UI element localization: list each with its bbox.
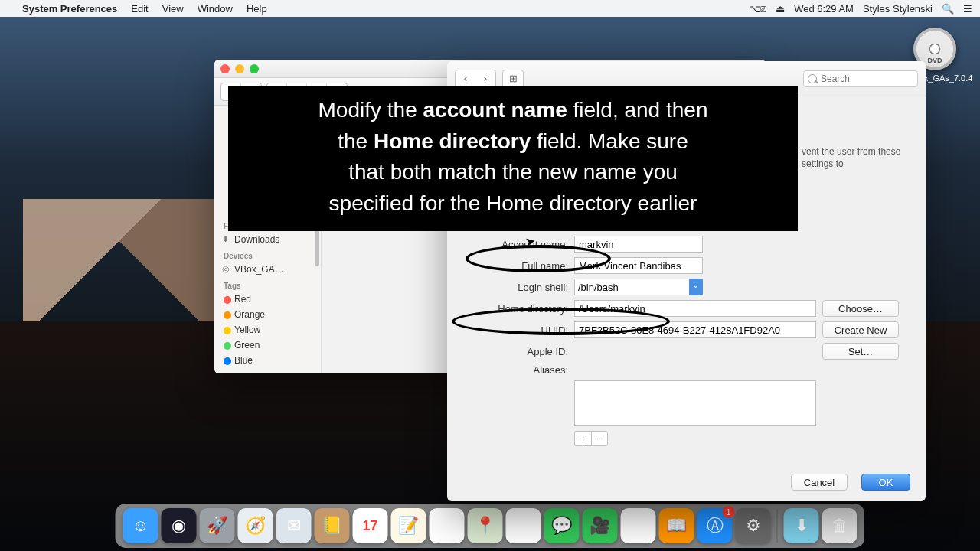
dock-separator bbox=[777, 509, 778, 543]
menu-help[interactable]: Help bbox=[240, 3, 274, 15]
instruction-overlay: Modify the account name field, and then … bbox=[228, 86, 798, 231]
sidebar-tag-yellow[interactable]: Yellow bbox=[214, 322, 321, 337]
display-icon[interactable]: ⌥⎚ bbox=[749, 3, 766, 15]
minimize-button[interactable] bbox=[235, 64, 244, 73]
tag-dot-icon bbox=[224, 342, 231, 350]
home-directory-label: Home directory: bbox=[462, 303, 568, 315]
tag-label: Orange bbox=[234, 309, 265, 320]
eject-icon[interactable]: ⏏ bbox=[776, 3, 785, 15]
uuid-field[interactable] bbox=[574, 321, 816, 338]
remove-alias-button[interactable]: − bbox=[591, 431, 608, 446]
tag-label: Green bbox=[234, 340, 260, 350]
dock-launchpad[interactable]: 🚀 bbox=[200, 508, 235, 543]
login-shell-label: Login shell: bbox=[462, 282, 568, 293]
sidebar-header-devices: Devices bbox=[214, 247, 321, 262]
create-new-button[interactable]: Create New bbox=[822, 321, 899, 338]
dock-facetime[interactable]: 🎥 bbox=[583, 508, 618, 543]
add-alias-button[interactable]: + bbox=[574, 431, 591, 446]
dock-notes[interactable]: 📝 bbox=[391, 508, 426, 543]
menu-window[interactable]: Window bbox=[191, 3, 240, 15]
download-icon: ⬇ bbox=[222, 234, 229, 244]
app-menu[interactable]: System Preferences bbox=[15, 3, 124, 15]
badge: 1 bbox=[723, 506, 735, 518]
account-name-field[interactable] bbox=[574, 236, 703, 253]
sidebar-item-device[interactable]: ◎VBox_GA… bbox=[214, 262, 321, 277]
info-text: vent the user from these settings to bbox=[802, 145, 909, 170]
dock-siri[interactable]: ◉ bbox=[162, 508, 197, 543]
dock-maps[interactable]: 📍 bbox=[468, 508, 503, 543]
dock-downloads[interactable]: ⬇ bbox=[784, 508, 819, 543]
tag-dot-icon bbox=[224, 357, 231, 365]
menubar-user[interactable]: Styles Stylenski bbox=[863, 3, 933, 15]
home-directory-field[interactable] bbox=[574, 300, 816, 317]
zoom-button[interactable] bbox=[250, 64, 259, 73]
traffic-lights bbox=[220, 64, 259, 73]
dock-calendar[interactable]: 17 bbox=[353, 508, 388, 543]
sidebar-tag-orange[interactable]: Orange bbox=[214, 307, 321, 322]
sidebar-tag-green[interactable]: Green bbox=[214, 337, 321, 353]
tag-label: Red bbox=[234, 294, 251, 305]
ok-button[interactable]: OK bbox=[861, 474, 910, 491]
tag-dot-icon bbox=[224, 311, 231, 319]
tag-label: Blue bbox=[234, 355, 253, 366]
dock-mail[interactable]: ✉ bbox=[276, 508, 312, 543]
dock-safari[interactable]: 🧭 bbox=[238, 508, 273, 543]
sidebar-item-downloads[interactable]: ⬇Downloads bbox=[214, 232, 321, 247]
dock-finder[interactable]: ☺ bbox=[123, 508, 158, 543]
disc-icon: ◎ bbox=[222, 264, 230, 274]
dock-itunes[interactable]: ♫ bbox=[621, 508, 656, 543]
prefs-back-button[interactable]: ‹ bbox=[456, 70, 475, 87]
dock-trash[interactable]: 🗑 bbox=[822, 508, 858, 543]
dock-reminders[interactable]: ☑ bbox=[430, 508, 465, 543]
prefs-grid-button[interactable]: ⊞ bbox=[503, 70, 523, 87]
set-button[interactable]: Set… bbox=[822, 343, 899, 360]
close-button[interactable] bbox=[220, 64, 230, 73]
apple-id-label: Apple ID: bbox=[462, 346, 568, 357]
menubar-clock[interactable]: Wed 6:29 AM bbox=[794, 3, 854, 15]
dock: ☺◉🚀🧭✉📒17📝☑📍✿💬🎥♫📖Ⓐ1⚙ ⬇🗑 bbox=[116, 504, 865, 548]
prefs-search-input[interactable] bbox=[803, 70, 918, 87]
tag-label: Yellow bbox=[234, 324, 260, 335]
tag-dot-icon bbox=[224, 327, 231, 334]
menu-edit[interactable]: Edit bbox=[124, 3, 155, 15]
prefs-search bbox=[803, 70, 918, 87]
tag-dot-icon bbox=[224, 296, 231, 304]
dock-ibooks[interactable]: 📖 bbox=[659, 508, 694, 543]
cancel-button[interactable]: Cancel bbox=[791, 474, 848, 491]
full-name-label: Full name: bbox=[462, 260, 568, 272]
prefs-forward-button[interactable]: › bbox=[475, 70, 495, 87]
aliases-list[interactable] bbox=[574, 380, 816, 426]
menu-bar: System Preferences Edit View Window Help… bbox=[0, 0, 980, 17]
full-name-field[interactable] bbox=[574, 257, 703, 274]
notifications-icon[interactable]: ☰ bbox=[963, 3, 972, 15]
dock-sysprefs[interactable]: ⚙ bbox=[736, 508, 771, 543]
aliases-label: Aliases: bbox=[462, 364, 568, 376]
dock-appstore[interactable]: Ⓐ1 bbox=[697, 508, 733, 543]
dock-messages[interactable]: 💬 bbox=[544, 508, 580, 543]
choose-button[interactable]: Choose… bbox=[822, 300, 899, 317]
sidebar-header-tags: Tags bbox=[214, 277, 321, 292]
sidebar-tag-red[interactable]: Red bbox=[214, 292, 321, 307]
dock-contacts[interactable]: 📒 bbox=[315, 508, 350, 543]
sidebar-tag-blue[interactable]: Blue bbox=[214, 353, 321, 368]
login-shell-select[interactable]: /bin/bash bbox=[574, 279, 703, 295]
menu-view[interactable]: View bbox=[155, 3, 191, 15]
uuid-label: UUID: bbox=[462, 324, 568, 336]
dock-photos[interactable]: ✿ bbox=[506, 508, 541, 543]
spotlight-icon[interactable]: 🔍 bbox=[942, 3, 954, 15]
account-name-label: Account name: bbox=[462, 239, 568, 250]
